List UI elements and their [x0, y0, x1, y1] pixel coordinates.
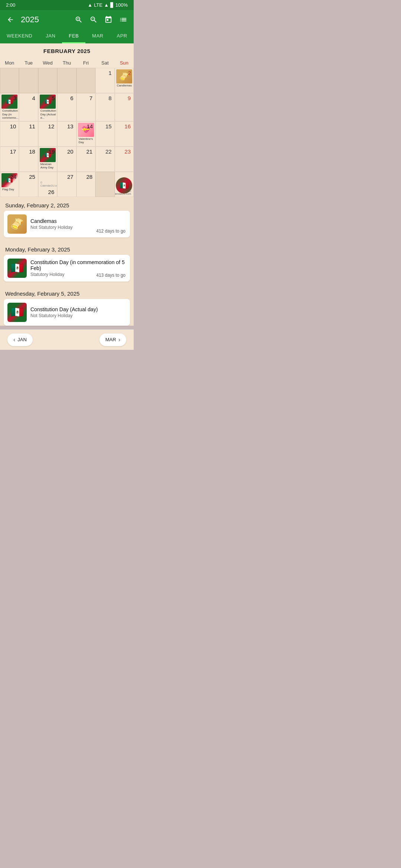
- status-icons: ▲ LTE ▲ ▊ 100%: [88, 2, 128, 8]
- day-empty-3: [38, 68, 57, 93]
- tab-weekend[interactable]: WEEKEND: [0, 29, 39, 43]
- tab-mar[interactable]: MAR: [85, 29, 110, 43]
- day-2[interactable]: 🫔 Candlemas 2: [115, 68, 134, 93]
- day-21[interactable]: 21: [76, 147, 95, 172]
- tab-feb[interactable]: FEB: [62, 29, 85, 43]
- day-number-8: 8: [107, 94, 113, 102]
- day-number-26: 26: [47, 188, 56, 196]
- day-28[interactable]: 28: [76, 172, 95, 197]
- event-title-constitution-actual: Constitution Day (Actual day): [30, 306, 126, 312]
- event-card-candlemas[interactable]: 🫔 Candlemas Not Statutory Holiday 412 da…: [4, 211, 130, 237]
- day-20[interactable]: 20: [57, 147, 76, 172]
- day-24[interactable]: 🇲🇽 Flag Day 24: [0, 172, 19, 197]
- bottom-nav: ‹ JAN MAR ›: [0, 329, 134, 350]
- toolbar: 2025: [0, 10, 134, 29]
- day-19[interactable]: 🇲🇽 Mexican Army Day 19: [38, 147, 57, 172]
- battery-label: 100%: [115, 2, 128, 8]
- day-8[interactable]: 8: [95, 93, 114, 121]
- day-empty-1: [0, 68, 19, 93]
- day-16[interactable]: 16: [115, 121, 134, 147]
- day-number-25: 25: [27, 173, 37, 181]
- copyright-label: © Calendar2U.com: [40, 181, 57, 188]
- zoom-in-button[interactable]: [73, 14, 85, 26]
- day-17[interactable]: 17: [0, 147, 19, 172]
- battery-icon: ▊: [110, 2, 114, 8]
- day-25[interactable]: 25: [19, 172, 38, 197]
- calendar: FEBRUARY 2025 Mon Tue Wed Thu Fri Sat Su…: [0, 43, 134, 197]
- day-number-15: 15: [104, 122, 113, 130]
- day-7[interactable]: 7: [76, 93, 95, 121]
- prev-month-label: JAN: [17, 337, 27, 342]
- day-number-10: 10: [9, 122, 18, 130]
- day-number-24: 24: [9, 173, 18, 181]
- day-4[interactable]: 4: [19, 93, 38, 121]
- day-number-21: 21: [85, 148, 94, 155]
- day-22[interactable]: 22: [95, 147, 114, 172]
- event-title-constitution: Constitution Day (in commemoration of 5 …: [30, 259, 126, 271]
- day-number-27: 27: [66, 173, 75, 181]
- day-empty-4: [57, 68, 76, 93]
- day-number-18: 18: [27, 148, 37, 155]
- event-subtitle-constitution-actual: Not Statutory Holiday: [30, 313, 126, 318]
- valentine-label: Valentine's Day: [78, 137, 94, 145]
- tab-jan[interactable]: JAN: [39, 29, 62, 43]
- day-5[interactable]: 🇲🇽 Constitution Day (Actual d... 5: [38, 93, 57, 121]
- day-number-1: 1: [107, 69, 113, 77]
- event-date-3: Wednesday, February 5, 2025: [0, 285, 134, 299]
- events-section: Sunday, February 2, 2025 🫔 Candlemas Not…: [0, 197, 134, 326]
- list-view-button[interactable]: [117, 14, 129, 26]
- event-title-candlemas: Candlemas: [30, 218, 126, 224]
- day-13[interactable]: 13: [57, 121, 76, 147]
- event-days-constitution: 413 days to go: [96, 273, 125, 278]
- event-date-2: Monday, February 3, 2025: [0, 241, 134, 255]
- header-sun: Sun: [115, 57, 134, 68]
- zoom-out-button[interactable]: [88, 14, 100, 26]
- day-18[interactable]: 18: [19, 147, 38, 172]
- day-12[interactable]: 12: [38, 121, 57, 147]
- calendar-view-button[interactable]: [102, 14, 114, 26]
- copyright-text: © Calendar2U.com: [115, 189, 133, 196]
- day-number-20: 20: [66, 148, 75, 155]
- army-label: Mexican Army Day: [40, 162, 56, 170]
- day-number-7: 7: [88, 94, 94, 102]
- day-number-5: 5: [50, 94, 56, 102]
- day-number-11: 11: [27, 122, 37, 130]
- day-number-28: 28: [85, 173, 94, 181]
- day-11[interactable]: 11: [19, 121, 38, 147]
- day-15[interactable]: 15: [95, 121, 114, 147]
- back-button[interactable]: [4, 14, 16, 26]
- next-month-label: MAR: [105, 337, 116, 342]
- prev-arrow-icon: ‹: [13, 336, 15, 343]
- day-number-6: 6: [69, 94, 75, 102]
- day-14[interactable]: 💝 Valentine's Day 14: [76, 121, 95, 147]
- header-mon: Mon: [0, 57, 19, 68]
- day-number-22: 22: [104, 148, 113, 155]
- next-month-button[interactable]: MAR ›: [100, 333, 126, 346]
- day-3[interactable]: 🇲🇽 Constitution Day (in commemo... 3: [0, 93, 19, 121]
- day-number-12: 12: [47, 122, 56, 130]
- calendar-month-title: FEBRUARY 2025: [0, 43, 134, 57]
- lte-label: LTE: [94, 2, 102, 8]
- constitution-label-5: Constitution Day (Actual d...: [40, 109, 57, 120]
- day-number-3: 3: [12, 94, 18, 102]
- day-1[interactable]: 1: [95, 68, 114, 93]
- day-mexico-logo[interactable]: 🇲🇽 © Calendar2U.com: [115, 172, 134, 197]
- day-number-9: 9: [126, 94, 132, 102]
- time: 2:00: [6, 2, 15, 8]
- day-10[interactable]: 10: [0, 121, 19, 147]
- event-card-constitution-actual[interactable]: 🇲🇽 Constitution Day (Actual day) Not Sta…: [4, 299, 130, 326]
- event-thumb-candlemas: 🫔: [7, 214, 27, 234]
- event-thumb-constitution-actual: 🇲🇽: [7, 303, 27, 322]
- tab-apr[interactable]: APR: [110, 29, 134, 43]
- day-27[interactable]: 27: [57, 172, 76, 197]
- signal-icon: ▲: [104, 2, 109, 8]
- day-26[interactable]: © Calendar2U.com 26: [38, 172, 57, 197]
- day-6[interactable]: 6: [57, 93, 76, 121]
- day-23[interactable]: 23: [115, 147, 134, 172]
- event-days-candlemas: 412 days to go: [96, 228, 125, 234]
- header-wed: Wed: [38, 57, 57, 68]
- prev-month-button[interactable]: ‹ JAN: [7, 333, 33, 346]
- day-9[interactable]: 9: [115, 93, 134, 121]
- day-number-19: 19: [47, 148, 56, 155]
- event-card-constitution[interactable]: 🇲🇽 Constitution Day (in commemoration of…: [4, 255, 130, 282]
